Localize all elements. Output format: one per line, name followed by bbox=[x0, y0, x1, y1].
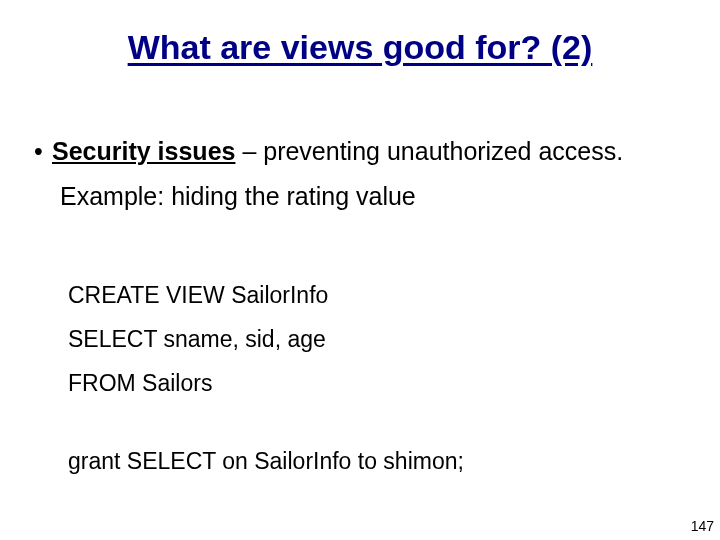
bullet-security: •Security issues – preventing unauthoriz… bbox=[34, 136, 700, 167]
slide: What are views good for? (2) •Security i… bbox=[0, 0, 720, 540]
page-number: 147 bbox=[691, 518, 714, 534]
code-line-2: SELECT sname, sid, age bbox=[68, 326, 326, 353]
example-line: Example: hiding the rating value bbox=[60, 182, 416, 211]
bullet-dot: • bbox=[34, 136, 52, 167]
code-line-4: grant SELECT on SailorInfo to shimon; bbox=[68, 448, 464, 475]
bullet-bold-label: Security issues bbox=[52, 137, 235, 165]
code-line-3: FROM Sailors bbox=[68, 370, 212, 397]
slide-title: What are views good for? (2) bbox=[0, 28, 720, 67]
bullet-rest-label: – preventing unauthorized access. bbox=[235, 137, 623, 165]
code-line-1: CREATE VIEW SailorInfo bbox=[68, 282, 328, 309]
